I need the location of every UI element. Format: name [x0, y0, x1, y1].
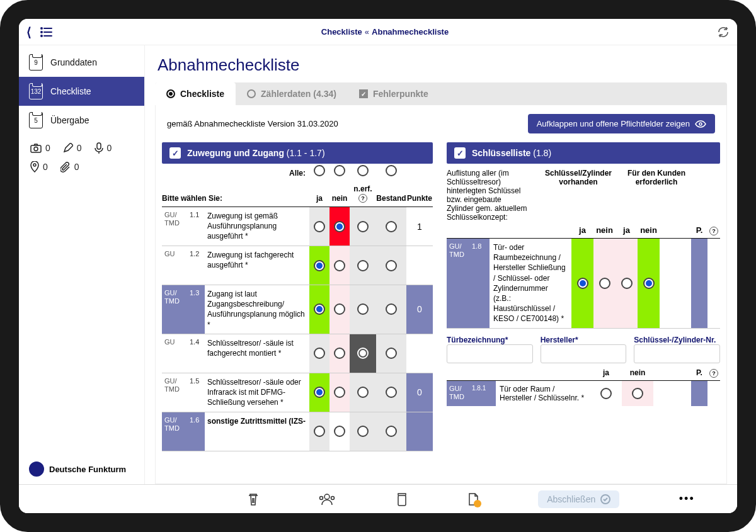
row-text: Schlüsseltresor/ -säule ist fachgerecht …	[205, 334, 309, 373]
row-tag: GU/TMD	[162, 412, 188, 451]
nein-radio[interactable]	[334, 387, 345, 398]
finish-button[interactable]: Abschließen	[538, 490, 619, 508]
sidebar-item-checkliste[interactable]: 132 Checkliste	[19, 77, 144, 106]
refresh-icon[interactable]	[717, 26, 730, 38]
back-button[interactable]: ⟨	[26, 25, 32, 40]
nein-radio[interactable]	[334, 348, 345, 359]
section-header[interactable]: ✓ Zuwegung und Zugang (1.1 - 1.7)	[162, 142, 433, 164]
ja-radio[interactable]	[314, 387, 325, 398]
hersteller-input[interactable]	[541, 344, 627, 363]
table-row: GU/ TMD 1.8.1 Tür oder Raum / Hersteller…	[447, 381, 720, 406]
points-cell: 0	[406, 285, 433, 334]
more-icon[interactable]: •••	[679, 492, 695, 506]
tuerbezeichnung-input[interactable]	[447, 344, 533, 363]
pen-tool[interactable]: 0	[63, 142, 82, 154]
svg-point-4	[41, 35, 42, 37]
help-icon[interactable]: ?	[358, 194, 367, 203]
row-text: Schlüsseltresor/ -säule oder Infrarack i…	[205, 373, 309, 412]
page-title: Abnahmecheckliste	[155, 52, 727, 82]
nein-radio[interactable]	[599, 278, 610, 289]
alle-ja-radio[interactable]	[314, 165, 325, 176]
section-header[interactable]: ✓ Schlüsselliste (1.8)	[447, 142, 720, 164]
hersteller-field: Hersteller*	[541, 335, 627, 363]
row-num: 1.5	[188, 373, 205, 412]
list-icon[interactable]	[40, 27, 53, 37]
trash-icon[interactable]	[247, 492, 260, 506]
bestand-radio[interactable]	[386, 426, 397, 437]
help-icon[interactable]: ?	[709, 227, 718, 235]
table-row: GU/TMD1.6sonstige Zutrittsmittel (IZS-	[162, 412, 433, 451]
section-schluesselliste: ✓ Schlüsselliste (1.8) Auflistung aller …	[447, 142, 720, 484]
section-zuwegung: ✓ Zuwegung und Zugang (1.1 - 1.7) Alle:	[162, 142, 433, 484]
nein-radio[interactable]	[334, 221, 345, 232]
tab-checkliste[interactable]: Checkliste	[155, 82, 236, 105]
r-subheader-2: ja nein P. ?	[447, 366, 720, 381]
eye-icon	[695, 120, 706, 128]
alle-nerf-radio[interactable]	[357, 165, 369, 176]
ja-radio[interactable]	[314, 221, 325, 232]
expand-mandatory-button[interactable]: Aufklappen und offene Pflichtfelder zeig…	[528, 114, 715, 133]
nerf-radio[interactable]	[357, 221, 369, 232]
row-num: 1.3	[188, 285, 205, 334]
tab-zaehlerdaten[interactable]: Zählerdaten (4.34)	[236, 82, 348, 105]
svg-rect-8	[97, 143, 101, 149]
bestand-radio[interactable]	[386, 260, 397, 271]
pin-tool[interactable]: 0	[30, 161, 48, 173]
people-icon[interactable]	[319, 493, 335, 506]
row-tag: GU	[162, 334, 188, 373]
nein-radio[interactable]	[334, 260, 345, 271]
top-bar: ⟨ Checkliste«Abnahmecheckliste	[19, 19, 737, 45]
badge-icon: 5	[29, 112, 43, 128]
nein-radio[interactable]	[334, 303, 345, 315]
ja-radio[interactable]	[600, 388, 612, 399]
svg-point-11	[324, 494, 329, 499]
svg-point-2	[41, 31, 42, 33]
tab-fehlerpunkte[interactable]: ✓ Fehlerpunkte	[348, 82, 440, 105]
nerf-radio[interactable]	[357, 260, 369, 271]
r-header: Auflistung aller (im Schlüsseltresor) hi…	[447, 164, 720, 224]
bestand-radio[interactable]	[386, 348, 397, 359]
sidebar-tools: 0 0 0 0 0	[19, 135, 144, 180]
alle-bestand-radio[interactable]	[386, 165, 397, 176]
sidebar-item-grunddaten[interactable]: 9 Grunddaten	[19, 48, 144, 77]
clip-tool[interactable]: 0	[60, 161, 79, 173]
bestand-radio[interactable]	[386, 303, 397, 315]
ja-radio[interactable]	[314, 303, 325, 315]
ja-radio[interactable]	[314, 260, 325, 271]
bestand-radio[interactable]	[386, 221, 397, 232]
ja-radio[interactable]	[577, 278, 588, 289]
nerf-radio[interactable]	[357, 426, 369, 437]
table-row: GU1.4Schlüsseltresor/ -säule ist fachger…	[162, 334, 433, 373]
help-icon[interactable]: ?	[709, 369, 718, 378]
row-num: 1.4	[188, 334, 205, 373]
alle-label: Alle:	[162, 164, 309, 178]
alle-nein-radio[interactable]	[334, 165, 345, 176]
ja-radio[interactable]	[314, 426, 325, 437]
ja-radio[interactable]	[314, 348, 325, 359]
nerf-radio[interactable]	[357, 303, 369, 315]
nerf-radio[interactable]	[357, 387, 369, 398]
bestand-radio[interactable]	[386, 387, 397, 398]
copy-icon[interactable]	[395, 492, 408, 506]
sidebar-item-label: Grunddaten	[50, 57, 97, 67]
zylindernr-input[interactable]	[634, 344, 720, 363]
checkbox-icon: ✓	[454, 147, 466, 159]
nerf-radio[interactable]	[357, 348, 369, 359]
panel-header: gemäß Abnahmecheckliste Version 31.03.20…	[156, 105, 726, 142]
nein-radio[interactable]	[632, 388, 643, 399]
version-note: gemäß Abnahmecheckliste Version 31.03.20…	[167, 119, 338, 128]
nein-radio[interactable]	[334, 426, 345, 437]
document-warn-icon[interactable]	[467, 492, 479, 506]
svg-rect-6	[31, 145, 41, 152]
sidebar-item-uebergabe[interactable]: 5 Übergabe	[19, 106, 144, 135]
points-cell: 0	[406, 373, 433, 412]
row-num: 1.2	[188, 246, 205, 285]
row-text: Zuwegung ist gemäß Ausführungsplanung au…	[205, 207, 309, 246]
ja2-radio[interactable]	[621, 278, 633, 289]
camera-tool[interactable]: 0	[30, 142, 50, 154]
sidebar-item-label: Übergabe	[50, 115, 89, 125]
mic-tool[interactable]: 0	[94, 142, 112, 154]
nein2-radio[interactable]	[643, 278, 655, 289]
bottom-bar: Abschließen •••	[19, 484, 737, 513]
input-fields: Türbezeichnung* Hersteller* Schlüssel-/Z…	[447, 329, 720, 366]
